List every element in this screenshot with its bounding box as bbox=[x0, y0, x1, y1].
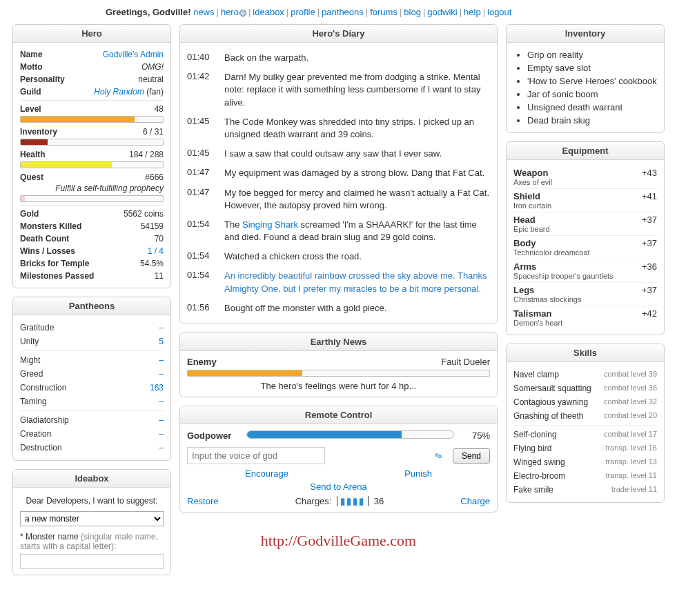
hero-guild: Holy Random (fan) bbox=[94, 87, 164, 97]
eq-item-name: Iron curtain bbox=[513, 201, 657, 210]
nav-blog[interactable]: blog bbox=[404, 7, 421, 17]
punish-link[interactable]: Punish bbox=[404, 468, 432, 479]
pantheon-name: Gratitude bbox=[20, 323, 54, 332]
hero-miles-label: Milestones Passed bbox=[20, 271, 94, 281]
send-button[interactable]: Send bbox=[453, 448, 490, 464]
restore-link[interactable]: Restore bbox=[187, 496, 219, 506]
pantheon-row: Greed– bbox=[20, 367, 164, 381]
nav-profile[interactable]: profile bbox=[291, 7, 315, 17]
hero-quest-text: Fulfill a self-fulfilling prophecy bbox=[20, 183, 164, 195]
skill-row: Electro-broomtransp. level 11 bbox=[513, 469, 657, 483]
nav-godwiki[interactable]: godwiki bbox=[427, 7, 457, 17]
hero-status-icon bbox=[239, 10, 246, 17]
ideabox-panel: Ideabox Dear Developers, I want to sugge… bbox=[12, 469, 171, 575]
diary-entry: 01:42Darn! My bulky gear prevented me fr… bbox=[187, 68, 490, 112]
pantheon-value[interactable]: 163 bbox=[150, 383, 164, 393]
news-message: The hero's feelings were hurt for 4 hp..… bbox=[187, 381, 490, 391]
equipment-panel: Equipment Weapon+43Axes of evilShield+41… bbox=[506, 141, 665, 335]
hero-health-label: Health bbox=[20, 150, 46, 159]
skill-name: Self-cloning bbox=[513, 430, 557, 439]
eq-slot-name: Arms bbox=[513, 261, 536, 272]
hero-wl-label: Wins / Losses bbox=[20, 246, 75, 256]
inventory-item: 'How to Serve Heroes' cookbook bbox=[527, 74, 657, 88]
diary-text: My foe begged for mercy and claimed he w… bbox=[224, 187, 490, 212]
diary-text: The Singing Shark screamed 'I'm a SHAAAR… bbox=[224, 219, 490, 244]
diary-text: Bought off the monster with a gold piece… bbox=[224, 302, 490, 315]
ideabox-select[interactable]: a new monster bbox=[20, 511, 164, 526]
pantheon-row: Taming– bbox=[20, 395, 164, 408]
nav-logout[interactable]: logout bbox=[487, 7, 511, 17]
skill-row: Winged swingtransp. level 13 bbox=[513, 455, 657, 469]
diary-text: My equipment was damaged by a strong blo… bbox=[224, 167, 490, 179]
voice-input[interactable] bbox=[187, 447, 325, 464]
equipment-title: Equipment bbox=[507, 142, 664, 160]
eq-slot-name: Legs bbox=[513, 285, 534, 295]
diary-time: 01:45 bbox=[187, 148, 217, 160]
skill-level: trade level 11 bbox=[611, 485, 657, 495]
hero-name-link[interactable]: Godville's Admin bbox=[103, 50, 164, 59]
skill-name: Electro-broom bbox=[513, 471, 565, 481]
diary-entry: 01:54An incredibly beautiful rainbow cro… bbox=[187, 266, 490, 298]
encourage-link[interactable]: Encourage bbox=[245, 468, 288, 479]
eq-item-name: Christmas stockings bbox=[513, 295, 657, 304]
pantheon-value: – bbox=[159, 429, 164, 439]
hero-guild-link[interactable]: Holy Random bbox=[94, 87, 144, 97]
nav-forums[interactable]: forums bbox=[370, 7, 398, 17]
diary-entry: 01:45I saw a saw that could outsaw any s… bbox=[187, 144, 490, 163]
equipment-slot: Legs+37Christmas stockings bbox=[513, 283, 657, 306]
eq-bonus: +43 bbox=[642, 168, 657, 178]
hero-wl-link[interactable]: 1 / 4 bbox=[148, 246, 164, 256]
hero-motto-label: Motto bbox=[20, 62, 43, 72]
nav-pantheons[interactable]: pantheons bbox=[322, 7, 364, 17]
ideabox-title: Ideabox bbox=[13, 470, 170, 488]
godpower-value: 75% bbox=[460, 430, 490, 441]
pantheon-name: Might bbox=[20, 355, 40, 365]
pantheon-row: Gladiatorship– bbox=[20, 413, 164, 427]
charges-display: Charges: ▮▮▮▮ 36 bbox=[295, 496, 384, 506]
diary-title: Hero's Diary bbox=[180, 25, 497, 43]
charge-link[interactable]: Charge bbox=[460, 496, 490, 506]
arena-link[interactable]: Send to Arena bbox=[310, 481, 366, 492]
pantheon-value[interactable]: 5 bbox=[159, 337, 164, 346]
eq-bonus: +42 bbox=[642, 308, 657, 319]
eq-bonus: +41 bbox=[642, 191, 657, 201]
hero-panel: Hero NameGodville's Admin MottoOMG! Pers… bbox=[12, 24, 171, 288]
godpower-bar bbox=[246, 430, 454, 439]
pantheon-row: Destruction– bbox=[20, 441, 164, 455]
pantheon-row: Gratitude– bbox=[20, 321, 164, 335]
diary-monster-link[interactable]: Singing Shark bbox=[242, 219, 298, 230]
nav-ideabox[interactable]: ideabox bbox=[253, 7, 284, 17]
hero-quest-num: #666 bbox=[145, 172, 164, 182]
skill-level: combat level 39 bbox=[604, 370, 657, 379]
inventory-item: Dead brain slug bbox=[527, 114, 657, 127]
hero-deaths-label: Death Count bbox=[20, 234, 69, 244]
skill-row: Flying birdtransp. level 16 bbox=[513, 441, 657, 455]
eq-slot-name: Weapon bbox=[513, 168, 548, 178]
clear-icon[interactable]: ✎ bbox=[433, 449, 445, 462]
pantheon-name: Gladiatorship bbox=[20, 415, 69, 425]
diary-text: The Code Monkey was shredded into tiny s… bbox=[224, 116, 490, 141]
skill-row: Contagious yawningcombat level 32 bbox=[513, 395, 657, 409]
pantheon-value: – bbox=[159, 369, 164, 379]
skills-title: Skills bbox=[507, 344, 664, 362]
diary-panel: Hero's Diary 01:40Back on the warpath.01… bbox=[179, 24, 498, 324]
diary-entry: 01:54Watched a chicken cross the road. bbox=[187, 247, 490, 266]
skill-row: Somersault squattingcombat level 36 bbox=[513, 381, 657, 395]
ideabox-input[interactable] bbox=[20, 554, 164, 569]
nav-news[interactable]: news bbox=[193, 7, 214, 17]
eq-bonus: +37 bbox=[642, 215, 657, 225]
inventory-panel: Inventory Grip on realityEmpty save slot… bbox=[506, 24, 665, 133]
footer-url: http://GodvilleGame.com bbox=[179, 532, 498, 550]
top-nav: Greetings, Godville! news|hero|ideabox|p… bbox=[12, 7, 665, 17]
remote-control-panel: Remote Control Godpower 75% ✎ Send Encou… bbox=[179, 406, 498, 513]
skill-level: combat level 36 bbox=[604, 384, 657, 393]
eq-bonus: +37 bbox=[642, 285, 657, 295]
nav-hero[interactable]: hero bbox=[221, 7, 239, 17]
diary-entry: 01:40Back on the warpath. bbox=[187, 48, 490, 68]
hero-health: 184 / 288 bbox=[129, 150, 164, 159]
nav-help[interactable]: help bbox=[464, 7, 481, 17]
skill-level: transp. level 13 bbox=[605, 457, 657, 467]
diary-text: Back on the warpath. bbox=[224, 52, 490, 64]
news-panel: Earthly News Enemy Fault Dueler The hero… bbox=[179, 332, 498, 397]
hero-motto: OMG! bbox=[141, 62, 164, 72]
